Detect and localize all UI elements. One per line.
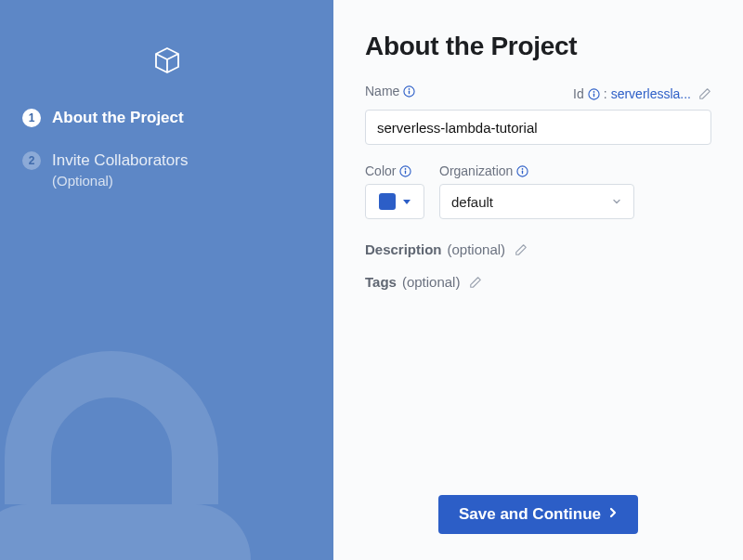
tags-label: Tags — [365, 274, 397, 290]
edit-tags-icon[interactable] — [469, 276, 482, 289]
svg-rect-12 — [522, 170, 523, 174]
sidebar-step-about[interactable]: 1 About the Project — [22, 108, 311, 128]
color-label: Color — [365, 163, 396, 178]
color-picker[interactable] — [365, 184, 424, 219]
info-icon[interactable] — [399, 165, 411, 177]
svg-point-5 — [593, 91, 594, 93]
step-title: Invite Collaborators — [52, 150, 188, 171]
info-icon[interactable] — [588, 88, 600, 100]
svg-rect-0 — [0, 504, 251, 560]
sidebar-step-invite[interactable]: 2 Invite Collaborators (Optional) — [22, 150, 311, 189]
organization-label: Organization — [439, 163, 513, 178]
main-panel: About the Project Name Id : serverlessla… — [333, 0, 743, 560]
id-label: Id — [573, 86, 584, 101]
color-swatch — [379, 193, 396, 210]
tags-hint: (optional) — [402, 274, 461, 290]
name-label: Name — [365, 84, 399, 98]
svg-rect-9 — [405, 170, 406, 174]
edit-id-icon[interactable] — [698, 87, 711, 100]
project-id-value[interactable]: serverlessla... — [611, 86, 691, 101]
step-number-badge: 1 — [22, 109, 41, 127]
chevron-down-icon — [403, 200, 411, 204]
step-title: About the Project — [52, 108, 184, 128]
save-and-continue-button[interactable]: Save and Continue — [438, 495, 638, 534]
name-input[interactable] — [365, 110, 711, 145]
svg-point-8 — [405, 168, 407, 170]
svg-point-2 — [409, 88, 411, 90]
description-hint: (optional) — [448, 241, 506, 257]
info-icon[interactable] — [403, 85, 415, 98]
id-colon: : — [604, 86, 607, 101]
organization-select[interactable]: default — [439, 184, 634, 219]
save-button-label: Save and Continue — [459, 505, 601, 524]
edit-description-icon[interactable] — [515, 243, 528, 256]
description-field[interactable]: Description (optional) — [365, 241, 711, 257]
project-cube-icon — [22, 45, 311, 78]
svg-rect-6 — [593, 93, 594, 97]
organization-value: default — [451, 194, 493, 210]
svg-rect-3 — [409, 90, 410, 94]
tags-field[interactable]: Tags (optional) — [365, 274, 711, 290]
step-subtitle: (Optional) — [52, 173, 188, 189]
name-field: Name Id : serverlessla... — [365, 84, 711, 145]
step-number-badge: 2 — [22, 151, 41, 170]
wizard-sidebar: 1 About the Project 2 Invite Collaborato… — [0, 0, 333, 560]
info-icon[interactable] — [516, 165, 528, 177]
chevron-right-icon — [608, 505, 618, 524]
chevron-down-icon — [611, 196, 622, 207]
description-label: Description — [365, 241, 442, 257]
svg-point-11 — [522, 168, 524, 170]
background-lock-shape — [0, 300, 333, 560]
page-heading: About the Project — [365, 32, 711, 61]
